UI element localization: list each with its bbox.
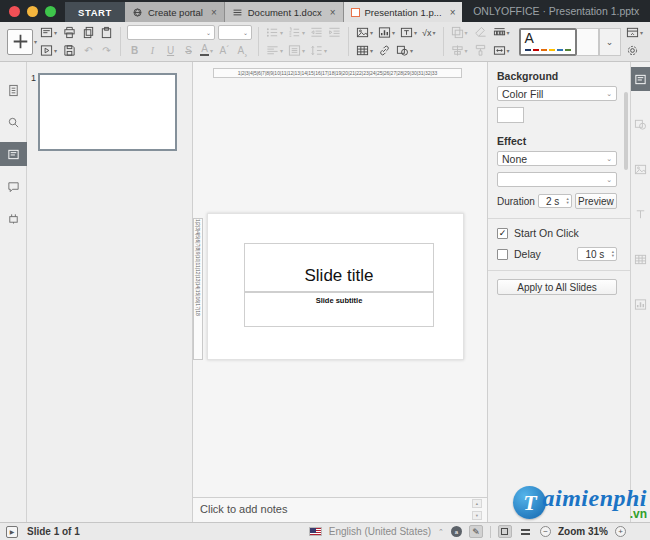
chevron-down-icon: ⌄	[606, 90, 612, 98]
sidebar-about-button[interactable]	[0, 78, 27, 102]
close-tab-icon[interactable]: ×	[211, 7, 217, 18]
superscript-button[interactable]: A´	[217, 43, 232, 58]
delay-spinner[interactable]: 10 s ▴▾	[577, 247, 617, 261]
notes-area[interactable]: Click to add notes	[193, 497, 487, 522]
theme-gallery-strip[interactable]	[577, 28, 599, 56]
editing-canvas[interactable]: 1|2|3|4|5|6|7|8|9|10|11|12|13|14|15|16|1…	[193, 62, 487, 522]
notes-scrollbar[interactable]: ▴ ▾	[472, 499, 482, 520]
subscript-button[interactable]: A¸	[235, 43, 250, 58]
insert-equation-button[interactable]: √x▾	[421, 25, 436, 40]
zoom-level-label[interactable]: Zoom 31%	[558, 526, 608, 537]
vertical-ruler[interactable]: 1|2|3|4|5|6|7|8|9|10|11|12|13|14|15|16|1…	[193, 218, 203, 360]
slide-thumbnail[interactable]	[38, 73, 177, 151]
color-scheme-button[interactable]: ▾	[492, 25, 511, 40]
horizontal-align-button[interactable]: ▾	[265, 43, 284, 58]
slide-subtitle-placeholder[interactable]: Slide subtitle	[244, 292, 434, 327]
insert-shape-button[interactable]: ▾	[395, 43, 414, 58]
start-on-click-checkbox[interactable]: ✓	[497, 228, 508, 239]
bullets-button[interactable]: ▾	[265, 25, 284, 40]
tab-document[interactable]: Document 1.docx ×	[225, 2, 344, 22]
line-spacing-button[interactable]: ▾	[309, 43, 328, 58]
font-name-select[interactable]: ⌄	[127, 25, 215, 40]
sidebar-slides-button[interactable]	[0, 142, 27, 166]
background-color-swatch[interactable]	[497, 107, 524, 123]
strikethrough-button[interactable]: S	[181, 43, 196, 58]
zoom-in-button[interactable]: +	[615, 526, 626, 537]
slide-title-placeholder[interactable]: Slide title	[244, 243, 434, 292]
arrange-shape-button[interactable]: ▾	[450, 25, 469, 40]
chevron-up-icon[interactable]: ⌃	[438, 528, 444, 536]
spellcheck-icon[interactable]: a	[451, 526, 462, 537]
slide-canvas[interactable]: Slide title Slide subtitle	[207, 213, 464, 360]
preview-button[interactable]: Preview	[575, 193, 617, 209]
background-fill-select[interactable]: Color Fill ⌄	[497, 86, 617, 101]
language-select[interactable]: English (United States)	[329, 526, 431, 537]
start-slideshow-statusbar-button[interactable]: ▶	[6, 526, 18, 538]
tab-start[interactable]: START	[65, 2, 125, 22]
edit-mode-icon[interactable]: ✎	[469, 525, 483, 538]
slide-thumbnails-panel[interactable]: 1	[27, 62, 193, 522]
insert-hyperlink-button[interactable]	[377, 43, 392, 58]
decrease-indent-button[interactable]	[309, 25, 324, 40]
collapse-toolbar-button[interactable]: ▾	[625, 25, 644, 40]
add-slide-caret-icon[interactable]: ▾	[34, 38, 37, 45]
theme-gallery-expand-button[interactable]: ⌄	[599, 28, 621, 56]
undo-button[interactable]: ↶	[81, 43, 96, 58]
font-color-button[interactable]: A▾	[199, 43, 214, 58]
fit-width-button[interactable]	[519, 525, 533, 538]
chart-settings-tab[interactable]	[631, 292, 650, 316]
image-settings-tab[interactable]	[631, 157, 650, 181]
save-button[interactable]	[62, 43, 77, 58]
theme-preview[interactable]: A	[519, 28, 577, 56]
clear-style-button[interactable]	[473, 25, 488, 40]
sidebar-comments-button[interactable]	[0, 174, 27, 198]
increase-indent-button[interactable]	[327, 25, 342, 40]
effect-select[interactable]: None ⌄	[497, 151, 617, 166]
sidebar-feedback-button[interactable]	[0, 206, 27, 230]
close-window-icon[interactable]	[9, 6, 20, 17]
copy-style-button[interactable]	[473, 43, 488, 58]
insert-textbox-button[interactable]: ▾	[399, 25, 418, 40]
minimize-window-icon[interactable]	[27, 6, 38, 17]
slide-size-button[interactable]: ▾	[492, 43, 511, 58]
numbering-button[interactable]: ▾	[287, 25, 306, 40]
insert-chart-button[interactable]: ▾	[377, 25, 396, 40]
bold-button[interactable]: B	[127, 43, 142, 58]
change-layout-button[interactable]: ▾	[39, 25, 58, 40]
table-settings-tab[interactable]	[631, 247, 650, 271]
underline-button[interactable]: U	[163, 43, 178, 58]
slide-settings-tab[interactable]	[631, 67, 650, 91]
scroll-up-icon[interactable]: ▴	[472, 499, 482, 508]
start-slideshow-button[interactable]: ▾	[39, 43, 58, 58]
apply-to-all-slides-button[interactable]: Apply to All Slides	[497, 279, 617, 295]
scroll-down-icon[interactable]: ▾	[472, 511, 482, 520]
align-shape-button[interactable]: ▾	[450, 43, 469, 58]
insert-image-button[interactable]: ▾	[355, 25, 374, 40]
print-button[interactable]	[62, 25, 77, 40]
copy-button[interactable]	[81, 25, 96, 40]
close-tab-icon[interactable]: ×	[450, 7, 456, 18]
sidebar-search-button[interactable]	[0, 110, 27, 134]
horizontal-ruler[interactable]: 1|2|3|4|5|6|7|8|9|10|11|12|13|14|15|16|1…	[213, 68, 462, 78]
shape-settings-tab[interactable]	[631, 112, 650, 136]
zoom-out-button[interactable]: −	[540, 526, 551, 537]
effect-type-select[interactable]: ⌄	[497, 172, 617, 187]
duration-spinner[interactable]: 2 s ▴▾	[538, 194, 572, 208]
insert-table-button[interactable]: ▾	[355, 43, 374, 58]
italic-button[interactable]: I	[145, 43, 160, 58]
panel-scrollbar[interactable]	[624, 92, 628, 170]
vertical-align-button[interactable]: ▾	[287, 43, 306, 58]
tab-presentation-active[interactable]: Presentation 1.p... ×	[344, 2, 463, 22]
settings-gear-button[interactable]	[625, 43, 640, 58]
close-tab-icon[interactable]: ×	[330, 7, 336, 18]
delay-checkbox[interactable]	[497, 249, 508, 260]
paste-button[interactable]	[99, 25, 114, 40]
redo-button[interactable]: ↷	[99, 43, 114, 58]
font-size-select[interactable]: ⌄	[218, 25, 252, 40]
add-slide-button[interactable]	[7, 29, 33, 55]
fit-slide-button[interactable]	[498, 525, 512, 538]
tab-create-portal[interactable]: Create portal ×	[125, 2, 225, 22]
maximize-window-icon[interactable]	[45, 6, 56, 17]
title-bar: START Create portal × Document 1.docx × …	[0, 0, 650, 22]
textart-settings-tab[interactable]	[631, 202, 650, 226]
